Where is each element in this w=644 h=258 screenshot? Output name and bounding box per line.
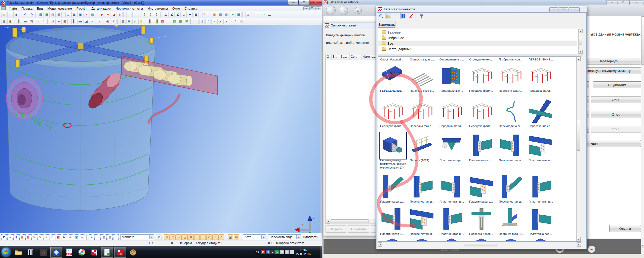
toolbar-icon[interactable]: ⊟ <box>71 12 77 17</box>
catalog-hscroll[interactable]: ◀ ▶ <box>378 242 581 247</box>
scroll-down-icon[interactable]: ▼ <box>579 50 583 54</box>
start-button[interactable] <box>2 248 11 257</box>
maximize-button[interactable]: ❐ <box>559 7 568 12</box>
toolbar-icon[interactable]: ▦ <box>25 234 31 240</box>
search-icon[interactable] <box>378 13 384 19</box>
toolbar-icon[interactable]: ← <box>132 12 138 17</box>
scroll-down-icon[interactable]: ▼ <box>577 237 581 241</box>
toolbar-icon[interactable]: ▩ <box>90 12 95 17</box>
assistance-button[interactable]: Откл. <box>591 111 641 118</box>
toolbar-icon[interactable]: ✕ <box>188 234 194 240</box>
menu-item-Файл[interactable]: Файл <box>7 6 19 11</box>
toolbar-icon[interactable]: ÷ <box>233 19 238 24</box>
tray-clock[interactable]: 11:15 27.08.2014 <box>296 248 311 256</box>
taskbar-app-pdf[interactable]: PDF <box>63 247 75 257</box>
catalog-item[interactable] <box>381 134 404 157</box>
toolbar-icon[interactable]: ? <box>148 12 153 17</box>
catalog-thumbnail[interactable] <box>440 238 463 242</box>
toolbar-icon[interactable]: ▤ <box>38 12 44 17</box>
catalog-item[interactable] <box>410 100 433 123</box>
tree-item-Все[interactable]: Все <box>378 41 577 46</box>
toolbar-icon[interactable]: ▮ <box>13 12 19 17</box>
toolbar-icon[interactable]: ▩ <box>62 19 68 24</box>
view-plane-combo[interactable]: Плоскость вида ▼ <box>268 234 301 240</box>
toolbar-icon[interactable]: ⊞ <box>234 234 239 240</box>
tree-scrollbar[interactable]: ▲ ▼ <box>578 29 583 54</box>
mdi-restore-button[interactable]: ❐ <box>309 6 315 10</box>
toolbar-icon[interactable]: ▲ <box>89 234 95 240</box>
menu-item-Окно[interactable]: Окно <box>170 6 182 11</box>
chevron-down-icon[interactable]: ▼ <box>149 235 154 239</box>
toolbar-icon[interactable]: ? <box>142 12 147 17</box>
catalog-item[interactable] <box>470 175 493 198</box>
show-desktop-button[interactable] <box>320 246 322 258</box>
toolbar-icon[interactable]: ▮ <box>13 234 19 240</box>
scroll-up-icon[interactable]: ▲ <box>577 57 581 61</box>
tray-icon[interactable]: ▥ <box>285 250 289 254</box>
toolbar-icon[interactable]: ∟ <box>194 234 200 240</box>
catalog-item[interactable] <box>499 64 522 87</box>
menu-item-Правка[interactable]: Правка <box>19 6 35 11</box>
toolbar-icon[interactable]: ∠ <box>169 12 175 17</box>
toolbar-icon[interactable]: ▯ <box>1 12 7 17</box>
toolbar-icon[interactable]: ◉ <box>105 19 110 24</box>
toolbar-icon[interactable]: ✕ <box>37 234 43 240</box>
main-title-bar[interactable]: Tekla Structures x64 - C:\Антон\Бункер-п… <box>0 0 322 6</box>
table-column-1[interactable]: Б... <box>332 54 340 60</box>
splitter[interactable] <box>378 54 583 56</box>
catalog-item[interactable] <box>410 134 433 157</box>
catalog-item[interactable] <box>381 175 404 198</box>
toolbar-icon[interactable]: ◢ <box>84 19 89 24</box>
toolbar-icon[interactable]: ≡ <box>230 12 235 17</box>
taskbar-app-cadcols[interactable] <box>25 247 37 257</box>
minimize-button[interactable]: — <box>288 0 299 5</box>
minimize-button[interactable]: — <box>606 0 617 5</box>
menu-item-Справка[interactable]: Справка <box>182 6 199 11</box>
toolbar-icon[interactable]: ▪ <box>223 19 229 24</box>
restore-button[interactable]: ❐ <box>618 0 629 5</box>
toolbar-icon[interactable]: ▯ <box>138 19 144 24</box>
catalog-item[interactable] <box>529 207 552 231</box>
toolbar-icon[interactable]: ◇ <box>212 234 218 240</box>
spellcheck-icon[interactable]: abc <box>408 13 414 19</box>
toolbar-icon[interactable]: ∡ <box>175 12 181 17</box>
toolbar-icon[interactable]: ◢ <box>111 12 116 17</box>
toolbar-icon[interactable]: ▥ <box>50 12 56 17</box>
catalog-tree[interactable]: БазовыеИзбранноеВсеНестандартный ▲ ▼ <box>378 29 583 54</box>
toolbar-icon[interactable]: ▱ <box>261 12 266 17</box>
toolbar-icon[interactable]: ▩ <box>56 234 61 240</box>
catalog-item[interactable] <box>381 100 404 123</box>
toolbar-icon[interactable]: ▌ <box>148 19 153 24</box>
catalog-item[interactable] <box>529 64 552 87</box>
scroll-right-icon[interactable]: ▶ <box>577 242 581 247</box>
toolbar-icon[interactable]: ▩ <box>178 19 183 24</box>
toolbar-icon[interactable]: ⊗ <box>245 12 251 17</box>
toolbar-icon[interactable]: » <box>255 12 260 17</box>
toolbar-icon[interactable]: ♦ <box>56 19 62 24</box>
menu-item-Моделирование[interactable]: Моделирование <box>45 6 74 11</box>
toolbar-icon[interactable]: ○ <box>176 234 182 240</box>
toolbar-icon[interactable]: ▲ <box>7 234 13 240</box>
tray-icon[interactable]: K <box>261 250 265 254</box>
folder-view-icon[interactable] <box>385 13 391 19</box>
toolbar-icon[interactable]: ▱ <box>7 12 13 17</box>
toolbar-icon[interactable]: / <box>205 19 211 24</box>
toolbar-icon[interactable]: ▣ <box>126 19 132 24</box>
taskbar-app-paint[interactable] <box>127 247 139 257</box>
catalog-item[interactable] <box>499 134 522 157</box>
catalog-item[interactable] <box>470 64 493 87</box>
toolbar-icon[interactable]: □ <box>170 234 176 240</box>
open-drawing-button[interactable]: Открыть <box>326 225 346 233</box>
toolbar-icon[interactable]: ▣ <box>228 234 233 240</box>
toolbar-icon[interactable]: ⊞ <box>184 19 189 24</box>
toolbar-icon[interactable]: ⊥ <box>163 12 169 17</box>
close-button[interactable]: ✕ <box>569 7 580 12</box>
tray-icon[interactable]: ♪ <box>290 250 294 254</box>
toolbar-icon[interactable]: ▌ <box>17 19 22 24</box>
toolbar-icon[interactable]: ▫ <box>166 19 171 24</box>
close-button[interactable]: ✕ <box>629 0 643 5</box>
toolbar-icon[interactable]: □ <box>50 234 55 240</box>
catalog-thumbnail[interactable] <box>470 238 493 242</box>
toolbar-icon[interactable]: ↗ <box>218 234 224 240</box>
catalog-item[interactable] <box>470 100 493 123</box>
